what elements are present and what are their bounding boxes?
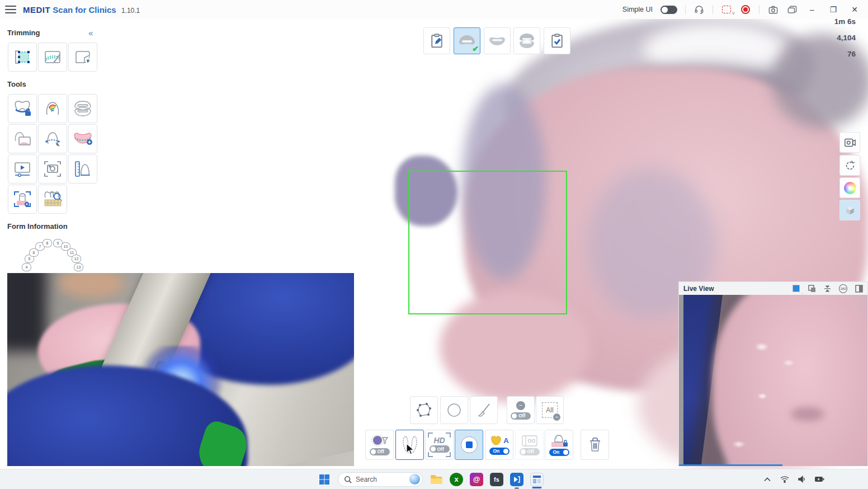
workflow-confirm-button[interactable] [544,27,570,54]
wifi-icon[interactable] [780,474,790,485]
subtract-toggle[interactable]: Off [511,412,531,420]
model-view-cube-button[interactable] [839,200,860,220]
stream-app-icon[interactable] [510,473,523,486]
crop-model-button[interactable] [8,185,37,214]
collapse-panel-icon[interactable] [823,284,832,293]
windows-taskbar: Search x @ fs [0,469,868,489]
medit-scan-window: 1m 6s 4,104 76 MEDIT Scan for Clinics 1.… [0,0,868,489]
record-icon[interactable] [740,4,751,15]
lock-data-button[interactable] [8,94,37,123]
occlusion-check-button[interactable] [68,94,97,123]
maxilla-check-icon: ✔ [472,44,479,53]
workflow-patient-form-button[interactable] [423,27,450,54]
divider [713,5,713,14]
support-headset-icon[interactable] [694,4,705,15]
maximize-button[interactable]: ❐ [827,5,840,14]
replay-scan-button[interactable] [8,154,37,184]
lv-bottom-line [679,464,782,466]
hd-mode-button[interactable]: HD Off [425,430,454,460]
select-all-button[interactable]: All − [536,396,564,424]
auto-tooth-button[interactable]: A On [485,430,513,460]
scan-stats: 1m 6s 4,104 76 [834,13,856,62]
divider [685,5,686,14]
collapse-panel-icon[interactable]: « [88,28,93,37]
simple-ui-toggle[interactable] [661,6,677,14]
mouse-cursor [406,443,415,458]
medit-app-icon[interactable] [530,473,544,486]
color-texture-button[interactable] [38,94,67,123]
live-view-image [679,295,867,466]
workflow-maxilla-button[interactable]: ✔ [454,27,480,54]
subtract-mode-button[interactable]: − Off [507,396,535,424]
file-explorer-icon[interactable] [430,473,443,486]
review-mode-button[interactable]: Off [515,430,544,460]
delete-scan-button[interactable] [581,430,609,460]
lock-base-toggle[interactable]: On [549,449,569,456]
reset-view-button[interactable] [839,155,860,176]
start-button[interactable] [318,473,331,486]
auto-tooth-toggle[interactable]: On [489,448,510,455]
review-toggle[interactable]: Off [520,448,540,455]
rotate-180-icon[interactable]: 180 [839,284,847,293]
tooth-13[interactable]: 13 [74,263,83,271]
lv-bump-2 [782,359,795,366]
dock-right-icon[interactable] [855,284,863,293]
hd-label: HD [433,437,445,444]
feed-skin-patch [58,273,125,298]
live-view-panel: Live View 180 [678,281,868,466]
stop-scan-button[interactable] [455,430,483,460]
live-view-header: Live View 180 [679,282,867,295]
screenshot-camera-icon[interactable] [767,4,779,15]
tooth-8[interactable]: 8 [43,239,52,247]
app-subtitle: Scan for Clinics [53,5,116,15]
capture-region-icon[interactable] [721,4,732,15]
tooth-12[interactable]: 12 [72,255,81,263]
circle-select-button[interactable] [440,396,468,424]
tooth-4[interactable]: 4 [22,263,31,271]
gallery-icon[interactable] [786,4,798,15]
app-purple-icon[interactable]: @ [470,473,483,486]
workflow-occlusion-button[interactable] [513,27,540,54]
hamburger-menu-icon[interactable] [5,6,16,13]
brush-select-button[interactable] [470,396,498,424]
app-title: MEDIT Scan for Clinics 1.10.1 [23,5,140,15]
lasso-trim-button[interactable] [68,43,97,72]
fs-app-icon[interactable]: fs [490,473,503,486]
texture-filter-button[interactable]: Off [365,430,394,460]
detach-window-icon[interactable] [808,284,816,293]
xbox-icon[interactable]: x [450,473,463,486]
polygon-select-button[interactable] [410,396,438,424]
tooth-library-button[interactable] [38,185,67,214]
color-wheel-icon [844,182,856,194]
denture-margin-button[interactable] [68,124,97,153]
workflow-mandible-button[interactable] [484,27,511,54]
app-version: 1.10.1 [121,7,140,15]
margin-line-button[interactable] [38,124,67,153]
scan-counter: 76 [834,46,856,62]
taskbar-search[interactable]: Search [338,472,423,487]
color-mode-button[interactable] [839,177,860,198]
lv-shadow-1 [791,407,824,421]
lv-bump-1 [754,342,769,351]
lock-base-button[interactable]: On [545,430,573,460]
color-swatch-icon[interactable] [792,284,800,293]
brush-trim-button[interactable] [38,43,67,72]
video-capture-button[interactable] [839,132,860,153]
minimize-button[interactable]: – [805,5,819,14]
measurement-button[interactable] [68,154,97,184]
all-box: All − [542,402,558,418]
form-information-title: Form Information [7,222,68,231]
search-placeholder: Search [356,476,405,483]
tray-expand-icon[interactable] [762,474,772,485]
alignment-box [408,171,567,314]
texture-filter-toggle[interactable]: Off [370,448,390,455]
battery-icon[interactable] [814,474,824,485]
capture-screenshot-button[interactable] [38,154,67,184]
volume-icon[interactable] [797,474,807,485]
hd-toggle[interactable]: Off [430,445,450,453]
close-button[interactable]: ✕ [848,5,861,14]
scan-image-count: 4,104 [834,30,856,46]
stop-icon [461,436,478,453]
rect-trim-button[interactable] [8,43,37,72]
image-overlay-button[interactable] [8,124,37,153]
